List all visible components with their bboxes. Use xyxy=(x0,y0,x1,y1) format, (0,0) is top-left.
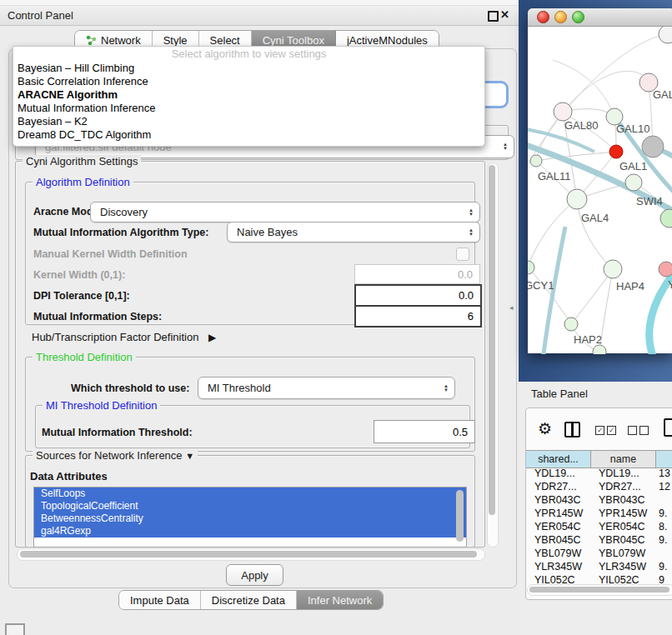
network-node[interactable] xyxy=(625,174,642,191)
expand-right-icon: ▶ xyxy=(208,332,216,343)
network-node[interactable] xyxy=(528,261,534,274)
table-cell: YBL079W xyxy=(590,548,654,559)
mi-type-combo[interactable]: Naive Bayes ▲▼ xyxy=(227,222,480,242)
dpi-tolerance-input[interactable]: 0.0 xyxy=(354,284,482,307)
network-window-titlebar[interactable] xyxy=(528,8,672,27)
close-window-icon[interactable] xyxy=(537,11,549,23)
table-cell: YBR043C xyxy=(590,494,654,506)
hub-section-toggle[interactable]: Hub/Transcription Factor Definition ▶ xyxy=(32,331,216,343)
table-row[interactable]: YBL079WYBL079W xyxy=(526,548,672,559)
network-node[interactable] xyxy=(567,189,587,209)
aracne-mode-combo[interactable]: Discovery ▲▼ xyxy=(90,202,480,222)
network-canvas[interactable]: GALGAL80GAL10GAL1GAL11GAL4SWI4GCY1HAP4YH… xyxy=(528,27,672,354)
network-node[interactable] xyxy=(554,102,572,121)
table-row[interactable]: YDL19...YDL19...13 xyxy=(526,468,672,479)
close-panel-icon[interactable]: ✕ xyxy=(500,8,509,21)
settings-horizontal-scrollbar[interactable] xyxy=(17,548,485,561)
table-cell: 8. xyxy=(654,521,672,532)
algorithm-option-basic-correlation-inference[interactable]: Basic Correlation Inference xyxy=(13,75,484,88)
attribute-item-betweennesscentrality[interactable]: BetweennessCentrality xyxy=(34,512,466,525)
scrollbar-thumb[interactable] xyxy=(529,587,669,592)
network-edge xyxy=(563,71,649,112)
tab-impute-data[interactable]: Impute Data xyxy=(119,591,201,609)
algorithm-option-bayesian-hill-climbing[interactable]: Bayesian – Hill Climbing xyxy=(13,62,484,75)
algorithm-option-dream8-dc-tdc-algorithm[interactable]: Dream8 DC_TDC Algorithm xyxy=(13,128,484,142)
zoom-window-icon[interactable] xyxy=(572,11,584,23)
gear-icon[interactable]: ⚙ xyxy=(538,419,552,438)
bottom-tab-bar: Impute DataDiscretize DataInfer Network xyxy=(118,590,384,610)
scrollbar-thumb[interactable] xyxy=(489,165,495,515)
network-node[interactable] xyxy=(593,345,606,354)
table-row[interactable]: YDR27...YDR27...12 xyxy=(526,481,672,492)
column-header-shared-[interactable]: shared... xyxy=(526,451,591,468)
collapse-down-icon: ▼ xyxy=(185,451,194,461)
algorithm-option-mutual-information-inference[interactable]: Mutual Information Inference xyxy=(13,102,484,115)
attribute-item-selfloops[interactable]: SelfLoops xyxy=(34,488,466,500)
network-node[interactable] xyxy=(530,155,542,167)
tab-discretize-data[interactable]: Discretize Data xyxy=(201,591,297,609)
minimized-panel-grip[interactable] xyxy=(5,623,25,635)
network-node[interactable] xyxy=(604,260,622,278)
manual-kernel-checkbox[interactable] xyxy=(456,248,469,261)
algorithm-option-bayesian-k2[interactable]: Bayesian – K2 xyxy=(13,115,484,128)
table-cell: 9. xyxy=(654,561,672,572)
which-threshold-combo[interactable]: MI Threshold ▲▼ xyxy=(198,377,455,399)
list-scrollbar-thumb[interactable] xyxy=(456,490,464,542)
mi-steps-input[interactable]: 6 xyxy=(354,305,482,328)
attribute-item-gal4rgexp[interactable]: gal4RGexp xyxy=(34,525,466,538)
new-column-icon[interactable] xyxy=(664,418,672,437)
combo-arrows-icon: ▲▼ xyxy=(444,384,449,392)
node-label-y: Y xyxy=(668,278,672,291)
network-node[interactable] xyxy=(660,209,672,228)
node-label-gal4: GAL4 xyxy=(581,212,609,224)
table-cell: YBR045C xyxy=(590,534,654,546)
data-attributes-label: Data Attributes xyxy=(30,470,108,482)
network-node[interactable] xyxy=(659,262,672,277)
table-row[interactable]: YPR145WYPR145W9. xyxy=(526,508,672,519)
network-node[interactable] xyxy=(642,136,664,158)
apply-button[interactable]: Apply xyxy=(226,564,283,586)
node-label-gal1: GAL1 xyxy=(619,160,647,172)
node-label-gal: GAL xyxy=(653,88,672,101)
column-header-partial[interactable] xyxy=(656,451,672,468)
sources-legend[interactable]: Sources for Network Inference ▼ xyxy=(33,449,198,462)
tab-infer-network[interactable]: Infer Network xyxy=(297,591,383,609)
column-header-name[interactable]: name xyxy=(591,451,656,468)
table-cell: YER054C xyxy=(526,521,590,532)
scrollbar-thumb[interactable] xyxy=(20,551,477,558)
mi-threshold-input[interactable]: 0.5 xyxy=(374,420,475,443)
settings-vertical-scrollbar[interactable] xyxy=(487,162,499,548)
kernel-width-input[interactable]: 0.0 xyxy=(354,264,480,284)
table-row[interactable]: YLR345WYLR345W9. xyxy=(526,561,672,572)
minimize-window-icon[interactable] xyxy=(554,11,567,23)
algorithm-option-aracne-algorithm[interactable]: ARACNE Algorithm xyxy=(13,88,484,102)
network-view-window: GALGAL80GAL10GAL1GAL11GAL4SWI4GCY1HAP4YH… xyxy=(528,8,672,353)
attribute-item-topologicalcoefficient[interactable]: TopologicalCoefficient xyxy=(34,500,466,512)
cyni-settings-legend: Cyni Algorithm Settings xyxy=(23,155,141,168)
table-panel-title: Table Panel xyxy=(531,388,588,400)
deselect-all-checkboxes-icon[interactable] xyxy=(628,426,649,435)
table-cell xyxy=(654,494,672,506)
algorithm-dropdown: Select algorithm to view settings Bayesi… xyxy=(13,46,485,147)
columns-icon[interactable] xyxy=(564,422,580,438)
network-edge xyxy=(577,199,613,269)
split-pane-arrow-icon[interactable]: ◂ xyxy=(509,303,514,312)
table-row[interactable]: YER054CYER054C8. xyxy=(526,521,672,532)
network-node[interactable] xyxy=(564,318,578,331)
table-row[interactable]: YBR043CYBR043C xyxy=(526,494,672,506)
table-horizontal-scrollbar[interactable] xyxy=(527,584,672,596)
node-label-gal80: GAL80 xyxy=(564,119,598,132)
data-attributes-list[interactable]: SelfLoopsTopologicalCoefficientBetweenne… xyxy=(33,487,467,548)
table-cell: YBR045C xyxy=(526,534,590,546)
combo-arrows-icon: ▲▼ xyxy=(469,228,474,237)
combo-arrows-icon: ▲▼ xyxy=(503,142,508,151)
window-top-strip xyxy=(0,0,519,6)
network-node[interactable] xyxy=(609,145,623,158)
network-node[interactable] xyxy=(659,27,672,43)
table-cell: YLR345W xyxy=(590,561,654,572)
network-icon xyxy=(86,35,97,46)
table-cell: YER054C xyxy=(590,521,654,532)
table-row[interactable]: YBR045CYBR045C9. xyxy=(526,534,672,546)
float-panel-icon[interactable] xyxy=(488,11,499,22)
select-all-checkboxes-icon[interactable]: ✓✓ xyxy=(595,426,616,435)
